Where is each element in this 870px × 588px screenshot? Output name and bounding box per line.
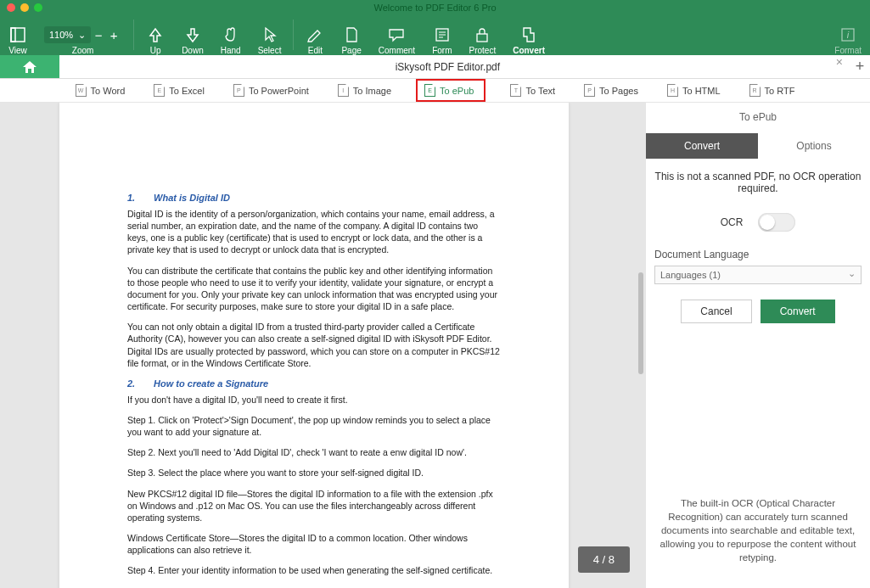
hand-label: Hand (221, 46, 241, 55)
page-button[interactable]: Page (333, 18, 369, 55)
down-label: Down (182, 46, 204, 55)
ppt-file-icon: P (233, 84, 244, 97)
svg-text:i: i (847, 30, 850, 40)
format-label: Format (834, 46, 862, 55)
view-button[interactable]: View (0, 18, 36, 55)
to-epub-button[interactable]: ETo ePub (416, 79, 486, 102)
page-content: 1. What is Digital ID Digital ID is the … (59, 103, 569, 588)
traffic-lights (0, 3, 42, 12)
document-language-label: Document Language (654, 249, 862, 260)
comment-icon (387, 25, 406, 44)
to-html-button[interactable]: HTo HTML (663, 81, 725, 99)
to-image-label: To Image (353, 86, 391, 96)
to-word-button[interactable]: WTo Word (71, 81, 130, 99)
to-text-label: To Text (525, 86, 555, 96)
convert-icon (519, 25, 538, 44)
side-panel-body: This is not a scanned PDF, no OCR operat… (646, 159, 870, 335)
zoom-in-button[interactable]: + (106, 28, 121, 42)
hand-button[interactable]: Hand (212, 18, 250, 55)
svg-rect-1 (11, 28, 15, 42)
format-button[interactable]: i Format (826, 18, 870, 55)
chevron-down-icon: ⌄ (78, 30, 86, 41)
zoom-window-button[interactable] (34, 3, 42, 12)
arrow-up-icon (146, 25, 165, 44)
app-title: Welcome to PDF Editor 6 Pro (373, 3, 496, 13)
select-button[interactable]: Select (250, 18, 290, 55)
minimize-window-button[interactable] (20, 3, 29, 12)
comment-button[interactable]: Comment (370, 18, 424, 55)
tab-convert[interactable]: Convert (646, 133, 758, 159)
main-area: 1. What is Digital ID Digital ID is the … (0, 103, 870, 588)
to-html-label: To HTML (682, 86, 721, 96)
heading-2-title: How to create a Signature (154, 378, 268, 389)
view-label: View (8, 46, 27, 55)
document-tab[interactable]: iSkysoft PDF Editor.pdf (59, 55, 836, 78)
comment-label: Comment (379, 46, 415, 55)
close-window-button[interactable] (7, 3, 15, 12)
language-select[interactable]: Languages (1) (654, 266, 862, 284)
heading-2: 2. How to create a Signature (127, 378, 501, 390)
rtf-file-icon: R (749, 84, 761, 97)
body-text: Step 4. Enter your identity information … (127, 564, 501, 576)
arrow-down-icon (183, 25, 202, 44)
close-tab-button[interactable]: × (836, 55, 843, 78)
form-label: Form (432, 46, 452, 55)
to-excel-button[interactable]: ETo Excel (149, 81, 209, 99)
heading-2-num: 2. (127, 378, 151, 390)
ocr-description: The built-in OCR (Optical Character Reco… (646, 496, 870, 588)
convert-label: Convert (513, 46, 545, 55)
convert-button[interactable]: Convert (504, 18, 553, 55)
protect-button[interactable]: Protect (460, 18, 504, 55)
to-rtf-label: To RTF (765, 86, 795, 96)
heading-1: 1. What is Digital ID (127, 192, 501, 204)
new-tab-button[interactable]: + (850, 55, 870, 78)
to-image-button[interactable]: ITo Image (334, 81, 396, 99)
home-button[interactable] (0, 55, 59, 78)
form-button[interactable]: Form (424, 18, 460, 55)
heading-1-title: What is Digital ID (154, 193, 230, 203)
form-icon (433, 25, 452, 44)
zoom-select[interactable]: 110% ⌄ (44, 26, 91, 43)
body-text: New PKCS#12 digital ID file—Stores the d… (127, 488, 501, 524)
document-viewer[interactable]: 1. What is Digital ID Digital ID is the … (0, 103, 645, 588)
to-pages-button[interactable]: PTo Pages (580, 81, 643, 99)
document-tab-title: iSkysoft PDF Editor.pdf (396, 61, 500, 73)
epub-file-icon: E (424, 84, 435, 97)
ocr-toggle[interactable] (758, 213, 795, 232)
ocr-row: OCR (654, 213, 862, 232)
cancel-button[interactable]: Cancel (681, 300, 751, 323)
lock-icon (473, 25, 491, 44)
edit-button[interactable]: Edit (297, 18, 333, 55)
to-excel-label: To Excel (169, 86, 205, 96)
main-toolbar: View 110% ⌄ − + Zoom Up Down Hand Select… (0, 15, 870, 55)
tab-options[interactable]: Options (758, 133, 870, 159)
to-text-button[interactable]: TTo Text (506, 81, 559, 99)
view-icon (8, 25, 27, 44)
cursor-icon (261, 25, 279, 44)
text-file-icon: T (510, 84, 521, 97)
document-tabbar: iSkysoft PDF Editor.pdf × + (0, 55, 870, 79)
pages-file-icon: P (584, 84, 595, 97)
vertical-scrollbar-thumb[interactable] (638, 272, 643, 374)
zoom-out-button[interactable]: − (91, 28, 106, 42)
pencil-icon (306, 25, 324, 44)
up-button[interactable]: Up (138, 18, 173, 55)
convert-targets-bar: WTo Word ETo Excel PTo PowerPoint ITo Im… (0, 79, 870, 103)
page-icon (342, 25, 361, 44)
body-text: Step 3. Select the place where you want … (127, 467, 501, 479)
to-rtf-button[interactable]: RTo RTF (745, 81, 800, 99)
svg-rect-6 (477, 34, 487, 42)
convert-action-button[interactable]: Convert (761, 300, 835, 323)
page-label: Page (341, 46, 361, 55)
word-file-icon: W (76, 84, 87, 97)
down-button[interactable]: Down (173, 18, 212, 55)
body-text: Digital ID is the identity of a person/o… (127, 208, 501, 256)
protect-label: Protect (469, 46, 496, 55)
to-pages-label: To Pages (599, 86, 638, 96)
select-label: Select (258, 46, 282, 55)
body-text: If you don't have a digital ID, you'll n… (127, 394, 501, 406)
ocr-label: OCR (721, 216, 744, 228)
side-panel-buttons: Cancel Convert (654, 300, 862, 323)
to-powerpoint-button[interactable]: PTo PowerPoint (229, 81, 313, 99)
to-epub-label: To ePub (440, 86, 474, 96)
